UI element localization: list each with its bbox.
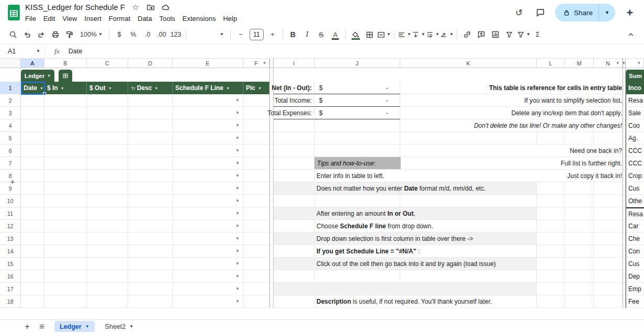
sum-header-cell[interactable]: Inco xyxy=(626,82,644,94)
sum-item-cell[interactable]: Othe xyxy=(626,195,644,207)
row-header-3[interactable]: 3 xyxy=(0,107,21,119)
comments-icon[interactable] xyxy=(534,6,547,19)
dropdown-chevron-icon[interactable]: ▼ xyxy=(235,249,240,253)
cell-C16[interactable] xyxy=(87,270,128,283)
cell-K7-note[interactable]: Full list is further right. xyxy=(401,157,622,169)
cell-L10[interactable] xyxy=(537,195,565,207)
sum-item-cell[interactable]: Che xyxy=(626,232,644,245)
menu-insert[interactable]: Insert xyxy=(81,14,105,23)
cell-B8[interactable] xyxy=(44,170,87,182)
cell-F12[interactable] xyxy=(243,220,269,232)
font-size-input[interactable]: 11 xyxy=(250,29,264,40)
cell-B6[interactable] xyxy=(44,145,87,157)
cell-L5[interactable] xyxy=(537,132,565,145)
cell-J18-note[interactable]: Description is useful, if not required. … xyxy=(317,295,536,307)
cell-M10[interactable] xyxy=(565,195,594,207)
borders-button[interactable] xyxy=(363,28,377,41)
create-filter-button[interactable] xyxy=(503,28,516,41)
cell-A3[interactable] xyxy=(21,107,44,119)
chevron-down-icon[interactable]: ▼ xyxy=(108,86,112,90)
row-header-6[interactable]: 6 xyxy=(0,145,21,157)
cell-C8[interactable] xyxy=(87,170,128,182)
cell-I11[interactable] xyxy=(274,207,314,220)
dropdown-chevron-icon[interactable]: ▼ xyxy=(235,236,240,241)
cell-D15[interactable] xyxy=(128,258,173,270)
cell-K10[interactable] xyxy=(400,195,537,207)
tab-ledger[interactable]: Ledger ▼ xyxy=(54,321,95,332)
dropdown-chevron-icon[interactable]: ▼ xyxy=(235,173,240,178)
cell-A18[interactable] xyxy=(21,295,44,308)
cell-L11[interactable] xyxy=(537,207,565,220)
cell-L18[interactable] xyxy=(537,295,565,308)
cell-A12[interactable] xyxy=(21,220,44,232)
cell-J4[interactable] xyxy=(314,119,400,132)
cell-I5[interactable] xyxy=(274,132,314,145)
filter-views-button[interactable]: ▼ xyxy=(517,28,530,41)
cell-B17[interactable] xyxy=(44,283,87,295)
cell-C2[interactable] xyxy=(87,94,128,107)
chevron-down-icon[interactable]: ▼ xyxy=(61,86,64,90)
merge-cells-button[interactable]: ▼ xyxy=(377,28,391,41)
move-folder-icon[interactable] xyxy=(146,3,155,12)
column-header-B[interactable]: B xyxy=(44,59,87,68)
cell-M16[interactable] xyxy=(565,270,594,283)
share-button[interactable]: Share xyxy=(555,4,598,21)
sum-item-cell[interactable]: Sale xyxy=(626,107,644,119)
cell-J17[interactable] xyxy=(314,283,400,295)
entry-header-cell-B[interactable]: $ In▼ xyxy=(44,82,87,94)
star-icon[interactable]: ☆ xyxy=(131,3,140,12)
chevron-down-icon[interactable]: ▼ xyxy=(154,86,158,90)
cell-B11[interactable] xyxy=(44,207,87,220)
cell-L9[interactable] xyxy=(537,182,565,195)
cell-D11[interactable] xyxy=(128,207,173,220)
print-button[interactable] xyxy=(49,28,62,41)
sum-item-cell[interactable]: Resa xyxy=(626,207,644,220)
menu-file[interactable]: File xyxy=(21,14,40,23)
increase-decimal-button[interactable]: .00 xyxy=(155,28,168,41)
column-header-D[interactable]: D xyxy=(128,59,173,68)
cell-E15[interactable]: ▼ xyxy=(173,258,243,270)
sum-item-cell[interactable]: Crop xyxy=(626,170,644,182)
cell-C6[interactable] xyxy=(87,145,128,157)
cell-A2[interactable] xyxy=(21,94,44,107)
cell-I6[interactable] xyxy=(274,145,314,157)
cell-A13[interactable] xyxy=(21,232,44,245)
column-header-sum[interactable] xyxy=(626,59,644,68)
cell-D16[interactable] xyxy=(128,270,173,283)
dropdown-chevron-icon[interactable]: ▼ xyxy=(235,211,240,216)
cell-A5[interactable] xyxy=(21,132,44,145)
table-chip-sum[interactable]: Sum xyxy=(626,70,644,82)
chevron-down-icon[interactable]: ▼ xyxy=(258,86,262,90)
cell-J16[interactable] xyxy=(314,270,400,283)
version-history-icon[interactable]: ↺ xyxy=(512,6,526,19)
insert-link-button[interactable] xyxy=(460,28,474,41)
decrease-decimal-button[interactable]: .0 xyxy=(141,28,154,41)
cell-D10[interactable] xyxy=(128,195,173,207)
cell-I13[interactable] xyxy=(274,232,314,245)
dropdown-chevron-icon[interactable]: ▼ xyxy=(235,261,240,266)
cell-F11[interactable] xyxy=(243,207,269,220)
functions-button[interactable]: Σ xyxy=(531,28,545,41)
cell-E17[interactable]: ▼ xyxy=(173,283,243,295)
column-header-F[interactable]: F xyxy=(243,59,269,68)
cell-E4[interactable]: ▼ xyxy=(173,119,243,132)
cell-D17[interactable] xyxy=(128,283,173,295)
name-box[interactable]: A1 ▼ xyxy=(0,45,45,58)
cell-L12[interactable] xyxy=(537,220,565,232)
cell-J12-note[interactable]: Choose Schedule F line from drop down. xyxy=(317,220,536,232)
cell-D5[interactable] xyxy=(128,132,173,145)
cell-B4[interactable] xyxy=(44,119,87,132)
insert-chart-button[interactable] xyxy=(489,28,502,41)
column-header-I[interactable]: I xyxy=(274,59,314,68)
cell-C15[interactable] xyxy=(87,258,128,270)
formula-input[interactable]: Date xyxy=(69,48,82,55)
cell-N17[interactable] xyxy=(594,283,623,295)
insert-comment-button[interactable] xyxy=(474,28,488,41)
cell-J9-note[interactable]: Does not matter how you enter Date forma… xyxy=(317,182,536,194)
entry-header-cell-C[interactable]: $ Out▼ xyxy=(87,82,128,94)
cell-A8[interactable] xyxy=(21,170,44,182)
cell-F14[interactable] xyxy=(243,245,269,258)
row-header-10[interactable]: 10 xyxy=(0,195,21,207)
chevron-down-icon[interactable]: ▼ xyxy=(40,86,43,90)
cell-D18[interactable] xyxy=(128,295,173,308)
